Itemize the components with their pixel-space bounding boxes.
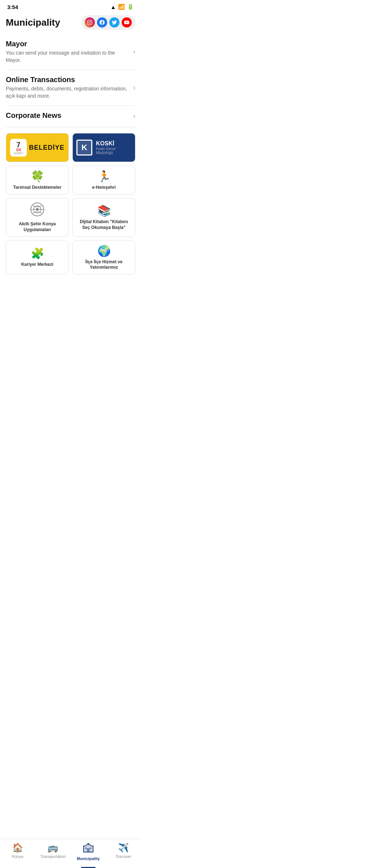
kariyer-grid-item[interactable]: 🧩 Kariyer Merkezi <box>6 241 69 275</box>
status-time: 3:54 <box>7 4 18 10</box>
koski-subtitle: Koski Genel Müdürlüğü <box>96 147 131 155</box>
nav-discover[interactable]: ✈️ Discover <box>106 843 142 861</box>
kariyer-label: Kariyer Merkezi <box>21 262 54 268</box>
status-icons: ▲ 📶 🔋 <box>110 4 134 10</box>
koski-grid-item[interactable]: K KOSKİ Koski Genel Müdürlüğü <box>72 133 135 162</box>
tarimsal-icon: 🍀 <box>31 170 44 183</box>
youtube-button[interactable] <box>122 17 132 27</box>
mayor-desc: You can send your message and invitation… <box>6 50 130 64</box>
app-title: Municipality <box>6 17 60 28</box>
tarimsal-grid-item[interactable]: 🍀 Tarımsal Desteklemeler <box>6 166 69 195</box>
discover-icon: ✈️ <box>118 843 129 853</box>
ehemsehri-icon: 🏃 <box>97 170 111 183</box>
twitter-button[interactable] <box>109 17 119 27</box>
corporate-news-title: Corporate News <box>6 111 130 120</box>
social-icons-container <box>81 15 135 30</box>
svg-rect-4 <box>87 848 90 852</box>
discover-label: Discover <box>116 854 131 859</box>
online-transactions-menu-item[interactable]: Online Transactions Payments, debts, doc… <box>6 70 135 106</box>
municipality-label: Municipality <box>77 856 100 861</box>
ehemsehri-grid-item[interactable]: 🏃 e-Hemşehri <box>72 166 135 195</box>
ilce-hizmet-grid-item[interactable]: 🌍 İlçe İlçe Hizmet ve Yatırımlarımız <box>72 241 135 275</box>
akilli-sehir-grid-item[interactable]: Akıllı Şehir Konya Uygulamaları <box>6 198 69 237</box>
ilce-hizmet-label: İlçe İlçe Hizmet ve Yatırımlarımız <box>76 259 131 271</box>
menu-section: Mayor You can send your message and invi… <box>0 34 141 127</box>
dijital-kitabim-grid-item[interactable]: 📚 Dijital Kitabım "Kitabını Seç Okumaya … <box>72 198 135 237</box>
kariyer-icon: 🧩 <box>31 247 44 260</box>
koski-title: KOSKİ <box>96 140 131 147</box>
svg-rect-5 <box>85 847 87 849</box>
mayor-menu-item[interactable]: Mayor You can send your message and invi… <box>6 34 135 70</box>
nav-transportation[interactable]: 🚌 Transportation <box>35 843 71 861</box>
konya-label: Konya <box>12 854 23 859</box>
nav-konya[interactable]: 🏠 Konya <box>0 843 35 861</box>
corporate-news-menu-item[interactable]: Corporate News › <box>6 106 135 127</box>
dijital-kitabim-label: Dijital Kitabım "Kitabını Seç Okumaya Ba… <box>76 219 131 230</box>
belediye-badge: 7 /24 HİZMET <box>10 139 27 157</box>
online-transactions-chevron: › <box>133 84 135 92</box>
municipality-icon <box>83 843 93 855</box>
akilli-sehir-label: Akıllı Şehir Konya Uygulamaları <box>10 221 65 233</box>
online-transactions-desc: Payments, debts, documents, registration… <box>6 85 130 99</box>
ilce-hizmet-icon: 🌍 <box>97 244 111 257</box>
signal-icon: 📶 <box>118 4 125 10</box>
mayor-chevron: › <box>133 48 135 56</box>
online-transactions-title: Online Transactions <box>6 76 130 84</box>
svg-rect-6 <box>90 847 92 849</box>
transportation-label: Transportation <box>40 854 66 859</box>
belediye-label: BELEDİYE <box>29 144 64 152</box>
belediye-number: 7 <box>14 141 23 148</box>
koski-k-logo: K <box>76 140 92 156</box>
akilli-sehir-icon <box>30 202 45 219</box>
bottom-navigation: 🏠 Konya 🚌 Transportation Municipality ✈️… <box>0 839 141 868</box>
belediye-24: /24 <box>14 148 23 152</box>
belediye-hizmet: HİZMET <box>14 152 23 154</box>
transportation-icon: 🚌 <box>47 843 58 853</box>
ehemsehri-label: e-Hemşehri <box>92 185 115 191</box>
wifi-icon: ▲ <box>110 4 116 10</box>
mayor-title: Mayor <box>6 40 130 48</box>
tarimsal-label: Tarımsal Desteklemeler <box>13 185 61 191</box>
battery-icon: 🔋 <box>127 4 134 10</box>
corporate-news-chevron: › <box>133 112 135 120</box>
facebook-button[interactable] <box>97 17 107 27</box>
belediye-grid-item[interactable]: 7 /24 HİZMET BELEDİYE <box>6 133 69 162</box>
dijital-kitabim-icon: 📚 <box>97 204 111 217</box>
nav-municipality[interactable]: Municipality <box>71 843 106 861</box>
instagram-button[interactable] <box>85 17 95 27</box>
status-bar: 3:54 ▲ 📶 🔋 <box>0 0 141 12</box>
services-grid: 7 /24 HİZMET BELEDİYE K KOSKİ Koski Gene… <box>0 127 141 280</box>
app-header: Municipality <box>0 12 141 34</box>
konya-icon: 🏠 <box>12 843 23 853</box>
